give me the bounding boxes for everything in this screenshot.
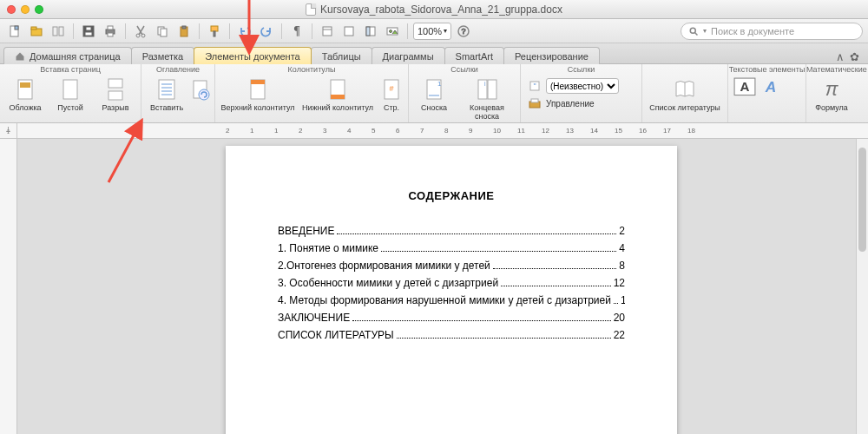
- toc-insert-button[interactable]: Вставить: [145, 76, 188, 113]
- tab-review[interactable]: Рецензирование: [503, 47, 600, 64]
- group-math: Математические π Формула: [806, 64, 867, 122]
- zoom-value: 100%: [418, 26, 442, 36]
- toc-page: 12: [614, 277, 625, 289]
- toc-line: ВВЕДЕНИЕ2: [278, 225, 625, 237]
- collapse-ribbon-icon[interactable]: ∧: [836, 50, 845, 63]
- view1-button[interactable]: [318, 22, 337, 41]
- svg-line-30: [695, 32, 698, 35]
- toc-line: ЗАКЛЮЧЕНИЕ20: [278, 312, 625, 324]
- zoom-control[interactable]: 100% ▾: [413, 23, 451, 40]
- copy-button[interactable]: [153, 22, 172, 41]
- scrollbar-thumb[interactable]: [858, 148, 866, 252]
- group-toc-title: Оглавление: [141, 64, 214, 75]
- formula-label: Формула: [815, 104, 848, 113]
- tab-elements[interactable]: Элементы документа: [194, 47, 311, 64]
- paragraph-marks-button[interactable]: ¶: [287, 22, 306, 41]
- redo-button[interactable]: [257, 22, 276, 41]
- open-button[interactable]: [27, 22, 46, 41]
- footnote-button[interactable]: 1 Сноска: [412, 76, 456, 113]
- svg-rect-24: [366, 27, 370, 36]
- tab-smartart[interactable]: SmartArt: [444, 47, 504, 64]
- ruler-tick: 5: [372, 127, 375, 135]
- help-button[interactable]: ?: [454, 22, 473, 41]
- tab-home[interactable]: Домашняя страница: [3, 47, 132, 64]
- svg-rect-46: [331, 95, 345, 99]
- toc-page: 4: [619, 242, 625, 254]
- footer-button[interactable]: Нижний колонтитул: [299, 76, 377, 113]
- tab-tables[interactable]: Таблицы: [311, 47, 372, 64]
- toc-update-button[interactable]: [190, 76, 211, 104]
- footer-label: Нижний колонтитул: [302, 104, 373, 113]
- ruler-tick: 6: [396, 127, 399, 135]
- group-math-title: Математические: [806, 64, 867, 75]
- zoom-window-icon[interactable]: [35, 5, 43, 14]
- document-area[interactable]: СОДЕРЖАНИЕ ВВЕДЕНИЕ21. Понятие о мимике4…: [17, 139, 868, 434]
- blank-page-label: Пустой: [57, 104, 82, 113]
- view2-button[interactable]: [339, 22, 358, 41]
- cover-page-button[interactable]: Обложка: [3, 76, 47, 113]
- toc-text: ВВЕДЕНИЕ: [278, 225, 334, 237]
- paste-button[interactable]: [174, 22, 194, 41]
- svg-text:A: A: [765, 78, 777, 95]
- ruler-tick: 4: [347, 127, 351, 135]
- svg-rect-18: [211, 26, 218, 31]
- header-button[interactable]: Верхний колонтитул: [219, 76, 297, 113]
- svg-text:#: #: [389, 84, 393, 93]
- search-field[interactable]: ▾ Поиск в документе: [681, 23, 863, 40]
- print-button[interactable]: [101, 22, 120, 41]
- tab-layout-label: Разметка: [142, 51, 184, 62]
- gallery-button[interactable]: [383, 22, 402, 41]
- tab-layout[interactable]: Разметка: [131, 47, 195, 64]
- ruler-tick: 15: [615, 127, 622, 135]
- quote-icon: ": [528, 79, 542, 93]
- undo-button[interactable]: [235, 22, 254, 41]
- refs-manage-row[interactable]: Управление: [528, 96, 595, 110]
- minimize-window-icon[interactable]: [21, 5, 30, 14]
- separator: [407, 23, 408, 39]
- close-window-icon[interactable]: [7, 5, 16, 14]
- svg-point-13: [141, 34, 145, 37]
- sidebar-button[interactable]: [361, 22, 380, 41]
- tab-home-label: Домашняя страница: [30, 51, 121, 62]
- templates-button[interactable]: [49, 22, 68, 41]
- endnote-label: Концевая сноска: [457, 104, 516, 122]
- gear-icon[interactable]: ✿: [850, 50, 859, 63]
- tab-diagrams[interactable]: Диаграммы: [372, 47, 445, 64]
- vertical-scrollbar[interactable]: [856, 139, 868, 434]
- ruler-tick: 2: [226, 127, 229, 135]
- ruler-tick: 2: [299, 127, 302, 135]
- separator: [281, 23, 282, 39]
- svg-rect-32: [20, 82, 30, 88]
- refs-style-select[interactable]: (Неизвестно): [546, 78, 619, 94]
- document-icon: [306, 3, 316, 16]
- toc-text: 3. Особенности мимики у детей с дизартри…: [278, 277, 498, 289]
- filename-label: Kursovaya_rabota_Sidorova_Anna_21_gruppa…: [320, 3, 562, 16]
- search-icon: [688, 26, 699, 36]
- group-footnotes-title: Ссылки: [409, 64, 520, 75]
- svg-rect-4: [53, 27, 57, 36]
- cut-button[interactable]: [131, 22, 150, 41]
- vertical-ruler: ⸸: [0, 123, 17, 434]
- group-headers: Колонтитулы Верхний колонтитул Нижний ко…: [215, 64, 409, 122]
- ribbon-tabs: Домашняя страница Разметка Элементы доку…: [0, 43, 868, 64]
- workspace: ⸸ 21123456789101112131415161718 СОДЕРЖАН…: [0, 123, 868, 434]
- page-number-button[interactable]: # Стр.: [378, 76, 404, 113]
- format-painter-button[interactable]: [205, 22, 224, 41]
- refs-insert-row[interactable]: " (Неизвестно): [528, 78, 619, 94]
- footnote-label: Сноска: [421, 104, 447, 113]
- ruler-tick: 1: [250, 127, 253, 135]
- blank-page-button[interactable]: Пустой: [49, 76, 92, 113]
- save-button[interactable]: [79, 22, 98, 41]
- ruler-tick: 3: [323, 127, 326, 135]
- formula-button[interactable]: π Формула: [810, 76, 853, 113]
- page-break-button[interactable]: Разрыв: [94, 76, 137, 113]
- textbox-icon[interactable]: A: [733, 77, 756, 96]
- toc-line: СПИСОК ЛИТЕРАТУРЫ22: [278, 329, 625, 341]
- window-controls: [7, 5, 43, 14]
- bibliography-button[interactable]: Список литературы: [646, 76, 724, 113]
- wordart-icon[interactable]: A: [760, 77, 782, 96]
- new-doc-button[interactable]: [5, 22, 24, 41]
- titlebar: Kursovaya_rabota_Sidorova_Anna_21_gruppa…: [0, 0, 868, 19]
- endnote-button[interactable]: i Концевая сноска: [457, 76, 516, 122]
- toc-line: 2.Онтогенез формирования мимики у детей8: [278, 260, 625, 272]
